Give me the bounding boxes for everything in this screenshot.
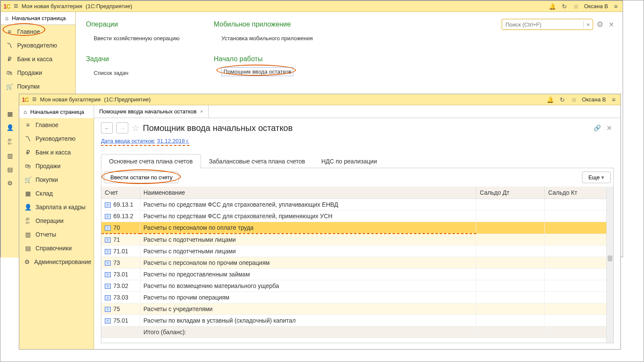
sidebar-item-bank[interactable]: ₽Банк и касса <box>19 145 94 159</box>
bell-icon[interactable]: 🔔 <box>546 95 555 104</box>
col-name[interactable]: Наименование <box>140 187 476 199</box>
search-input[interactable] <box>502 21 583 28</box>
enter-balance-button[interactable]: Ввести остатки по счету <box>104 172 179 183</box>
titlebar: 1С ≡ Моя новая бухгалтерия (1С:Предприят… <box>19 94 620 105</box>
panel-header: ← → ☆ Помощник ввода начальных остатков … <box>101 122 614 134</box>
strip-refs-icon[interactable]: ▤ <box>7 166 13 173</box>
bag-icon: 🛍 <box>24 163 31 169</box>
date-label: Дата ввода остатков: <box>101 138 155 144</box>
col-account[interactable]: Счет <box>101 187 140 199</box>
subtab-vat[interactable]: НДС по реализации <box>313 154 385 168</box>
section-link[interactable]: Список задач <box>86 67 180 79</box>
table-row[interactable]: T73.02Расчеты по возмещению материальног… <box>101 280 613 292</box>
sidebar-item-sales[interactable]: 🛍 Продажи <box>1 66 75 80</box>
sidebar-item-manager[interactable]: 〽 Руководителю <box>1 39 75 52</box>
favorite-star-icon[interactable]: ☆ <box>132 123 139 133</box>
section-link[interactable]: Ввести хозяйственную операцию <box>86 33 180 44</box>
cell-name: Расчеты с учредителями <box>140 303 476 315</box>
cell-account: T73 <box>101 257 140 269</box>
cell-debit <box>476 303 545 315</box>
table-row[interactable]: T73.03Расчеты по прочим операциям <box>101 292 613 303</box>
document-tab-active[interactable]: Помощник ввода начальных остатков × <box>94 105 209 118</box>
cell-debit <box>476 292 545 303</box>
table-row[interactable]: T75.01Расчеты по вкладам в уставный (скл… <box>101 315 613 326</box>
table-row[interactable]: T71Расчеты с подотчетными лицами <box>101 234 613 246</box>
table-row[interactable]: T75Расчеты с учредителями <box>101 303 613 315</box>
table-row[interactable]: T69.13.2Расчеты по средствам ФСС для стр… <box>101 211 613 222</box>
sidebar-item-salary[interactable]: 👤Зарплата и кадры <box>19 200 94 214</box>
sidebar-item-purchases[interactable]: 🛒 Покупки <box>1 80 75 93</box>
platform-label: (1С:Предприятие) <box>86 3 132 9</box>
user-name[interactable]: Оксана В <box>584 3 608 9</box>
star-icon[interactable]: ☆ <box>572 2 581 11</box>
close-tab-icon[interactable]: × <box>200 108 204 115</box>
date-link[interactable]: Дата ввода остатков: 31.12.2018 г. <box>101 138 189 146</box>
strip-settings-icon[interactable]: ⚙ <box>7 180 13 187</box>
sidebar-item-main[interactable]: ≡Главное <box>19 118 94 132</box>
sidebar-item-label: Склад <box>35 190 53 197</box>
subtab-offbalance[interactable]: Забалансовые счета плана счетов <box>201 154 313 168</box>
cell-credit <box>545 257 613 269</box>
cell-credit <box>545 222 613 234</box>
strip-debit-credit-icon[interactable]: ДтКт <box>8 138 12 145</box>
table-row[interactable]: T70Расчеты с персоналом по оплате труда <box>101 222 613 234</box>
strip-warehouse-icon[interactable]: ▦ <box>7 110 13 117</box>
chart-icon: 〽 <box>6 42 13 49</box>
sidebar-item-refs[interactable]: ▤Справочники <box>19 241 94 255</box>
table-row[interactable]: T69.13.1Расчеты по средствам ФСС для стр… <box>101 199 613 211</box>
sidebar-item-sales[interactable]: 🛍Продажи <box>19 159 94 173</box>
cell-account: T73.01 <box>101 269 140 280</box>
sidebar-item-admin[interactable]: ⚙Администрирование <box>19 255 94 269</box>
menu-icon[interactable]: ≡ <box>14 2 18 11</box>
user-menu-icon[interactable]: ≡ <box>609 95 618 104</box>
sidebar-item-reports[interactable]: ▥Отчеты <box>19 228 94 241</box>
subtab-main-accounts[interactable]: Основные счета плана счетов <box>101 154 201 168</box>
sidebar-item-operations[interactable]: ДтКтОперации <box>19 214 94 228</box>
user-name[interactable]: Оксана В <box>582 96 606 103</box>
cell-account: T75 <box>101 303 140 315</box>
close-panel-icon[interactable]: ✕ <box>607 21 616 29</box>
bell-icon[interactable]: 🔔 <box>548 2 557 11</box>
scrollbar-thumb[interactable] <box>608 255 612 261</box>
nav-back-button[interactable]: ← <box>101 122 113 134</box>
table-row[interactable]: T73Расчеты с персоналом по прочим операц… <box>101 257 613 269</box>
section-link[interactable]: Установка мобильного приложения <box>214 33 313 44</box>
sidebar-item-label: Руководителю <box>35 135 75 142</box>
menu-icon[interactable]: ≡ <box>32 95 37 104</box>
nav-forward-button[interactable]: → <box>116 122 128 134</box>
settings-gears-icon[interactable]: ⚙ <box>597 20 603 29</box>
close-panel-icon[interactable]: ✕ <box>605 124 614 132</box>
cell-account: T69.13.1 <box>101 199 140 211</box>
sidebar-item-label: Банк и касса <box>35 149 71 156</box>
search-box[interactable]: × <box>502 19 593 30</box>
sidebar-item-main[interactable]: ≡ Главное <box>1 25 75 39</box>
history-icon[interactable]: ↻ <box>560 2 569 11</box>
sidebar-item-bank[interactable]: ₽ Банк и касса <box>1 52 75 66</box>
cell-credit <box>545 280 613 292</box>
start-page-tab[interactable]: ⌂ Начальная страница <box>19 105 94 118</box>
account-icon: T <box>105 249 111 254</box>
table-row[interactable]: T71.01Расчеты с подотчетными лицами <box>101 246 613 257</box>
warehouse-icon: ▦ <box>24 190 31 197</box>
strip-person-icon[interactable]: 👤 <box>6 124 14 131</box>
link-icon[interactable]: 🔗 <box>593 124 601 132</box>
scrollbar[interactable] <box>606 187 613 343</box>
cell-name: Расчеты по средствам ФСС для страховател… <box>140 199 476 211</box>
sub-tabs: Основные счета плана счетов Забалансовые… <box>101 154 614 168</box>
history-icon[interactable]: ↻ <box>558 95 567 104</box>
table-row[interactable]: T73.01Расчеты по предоставленным займам <box>101 269 613 280</box>
more-button[interactable]: Еще <box>582 172 611 183</box>
user-menu-icon[interactable]: ≡ <box>612 2 620 11</box>
sidebar-item-purchases[interactable]: 🛒Покупки <box>19 173 94 187</box>
clear-search-icon[interactable]: × <box>583 21 593 28</box>
start-page-tab[interactable]: ⌂ Начальная страница <box>1 12 75 25</box>
cell-credit <box>545 234 613 246</box>
col-credit[interactable]: Сальдо Кт <box>545 187 613 199</box>
star-icon[interactable]: ☆ <box>570 95 579 104</box>
section-link-wizard[interactable]: Помощник ввода остатков <box>222 67 294 76</box>
col-debit[interactable]: Сальдо Дт <box>476 187 545 199</box>
sidebar-item-warehouse[interactable]: ▦Склад <box>19 187 94 200</box>
sidebar-item-label: Руководителю <box>17 42 57 49</box>
strip-reports-icon[interactable]: ▥ <box>7 152 13 159</box>
sidebar-item-manager[interactable]: 〽Руководителю <box>19 132 94 145</box>
